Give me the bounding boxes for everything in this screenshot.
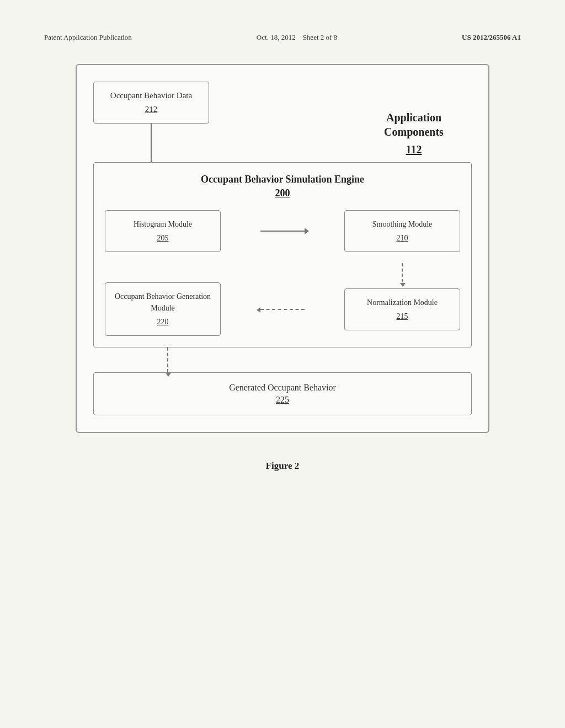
engine-box: Occupant Behavior Simulation Engine 200 …: [93, 162, 472, 347]
obd-wrapper: Occupant Behavior Data 212: [93, 82, 209, 162]
page: Patent Application Publication Oct. 18, …: [0, 0, 565, 728]
histogram-label: Histogram Module: [134, 220, 192, 228]
smoothing-label: Smoothing Module: [372, 220, 433, 228]
generated-box: Generated Occupant Behavior 225: [93, 372, 472, 415]
app-components-label: Application Components: [384, 111, 444, 138]
arrow-smoothing-norm: [402, 263, 403, 282]
header-sheet: Sheet 2 of 8: [303, 33, 337, 41]
header-publication: Patent Application Publication: [44, 33, 132, 42]
histogram-number: 205: [114, 232, 211, 244]
app-components-wrapper: Application Components 112: [356, 105, 472, 162]
arrow-obg-generated-col: [93, 347, 242, 372]
arrow-obg-generated: [167, 347, 168, 372]
obd-box: Occupant Behavior Data 212: [93, 82, 209, 124]
arrow-obg-generated-wrapper: [93, 347, 472, 372]
modules-top-row: Histogram Module 205 Smoothing Module 21…: [105, 210, 460, 252]
top-section: Occupant Behavior Data 212 Application C…: [93, 82, 472, 162]
normalization-number: 215: [354, 311, 451, 322]
horiz-dashed-arrow: [260, 309, 305, 310]
engine-title: Occupant Behavior Simulation Engine: [105, 174, 460, 185]
obd-number: 212: [105, 104, 198, 115]
smoothing-number: 210: [354, 232, 451, 244]
obg-number: 220: [114, 316, 211, 328]
generated-label: Generated Occupant Behavior: [229, 383, 336, 392]
app-components: Application Components 112: [356, 105, 472, 162]
arrow-norm-obg: [221, 309, 344, 310]
normalization-label: Normalization Module: [367, 298, 438, 307]
arrow-histogram-smoothing: [221, 231, 344, 232]
header-patent-number: US 2012/265506 A1: [462, 33, 521, 42]
figure-caption: Figure 2: [76, 461, 489, 472]
app-components-number: 112: [367, 142, 461, 157]
engine-number: 200: [105, 188, 460, 199]
header-date-sheet: Oct. 18, 2012 Sheet 2 of 8: [257, 33, 337, 42]
outer-box: Occupant Behavior Data 212 Application C…: [76, 64, 489, 433]
smoothing-box: Smoothing Module 210: [344, 210, 460, 252]
arrow-smoothing-norm-wrapper: [105, 263, 460, 282]
arrow-smoothing-norm-col: [344, 263, 460, 282]
generated-number: 225: [105, 395, 460, 405]
arrow-right-line: [260, 231, 305, 232]
header-date: Oct. 18, 2012: [257, 33, 296, 41]
normalization-box: Normalization Module 215: [344, 288, 460, 330]
diagram-container: Occupant Behavior Data 212 Application C…: [76, 64, 489, 472]
modules-bottom-row: Occupant Behavior Generation Module 220 …: [105, 282, 460, 336]
obd-label: Occupant Behavior Data: [110, 91, 192, 100]
obg-label: Occupant Behavior Generation Module: [115, 292, 211, 312]
obg-box: Occupant Behavior Generation Module 220: [105, 282, 221, 336]
page-header: Patent Application Publication Oct. 18, …: [44, 33, 521, 42]
histogram-box: Histogram Module 205: [105, 210, 221, 252]
